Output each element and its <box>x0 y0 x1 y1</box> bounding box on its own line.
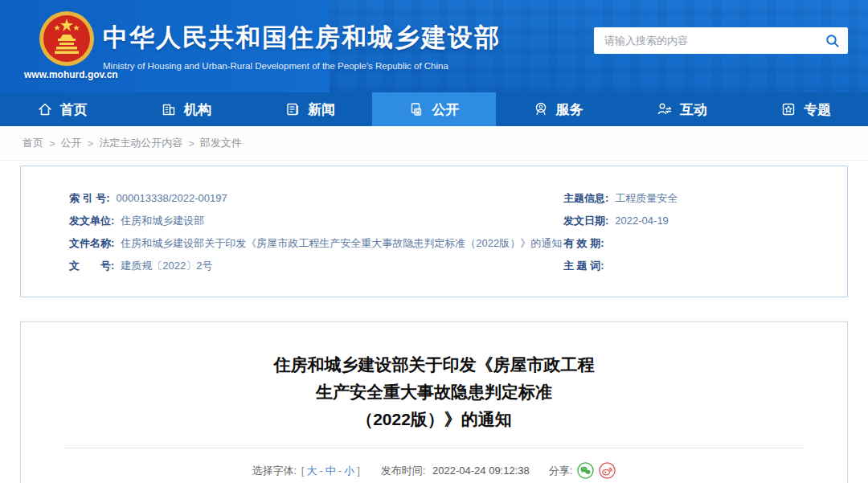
font-size-medium-button[interactable]: 中 <box>326 464 336 478</box>
breadcrumb-separator: > <box>88 137 94 149</box>
nav-item-interaction[interactable]: 互动 <box>620 92 743 126</box>
meta-label: 发文单位: <box>69 210 114 232</box>
meta-row-document-title: 文件名称: 住房和城乡建设部关于印发《房屋市政工程生产安全重大事故隐患判定标准（… <box>69 232 563 255</box>
font-chooser-dash: - <box>338 465 342 477</box>
nav-item-service[interactable]: 服务 <box>496 92 620 126</box>
search-icon <box>825 34 840 48</box>
nav-label: 公开 <box>432 100 459 119</box>
meta-row-index-number: 索 引 号: 000013338/2022-00197 <box>69 187 563 210</box>
share-label: 分享: <box>549 464 573 478</box>
meta-row-subject-words: 主 题 词: <box>563 255 847 277</box>
breadcrumb-statutory-content[interactable]: 法定主动公开内容 <box>99 136 182 150</box>
nav-label: 专题 <box>804 100 831 119</box>
breadcrumb-separator: > <box>188 137 194 149</box>
meta-value: 建质规〔2022〕2号 <box>121 255 212 277</box>
disclosure-icon <box>408 101 424 117</box>
meta-value: 000013338/2022-00197 <box>117 187 227 210</box>
nav-item-news[interactable]: 新闻 <box>248 92 372 126</box>
service-icon <box>533 101 549 117</box>
publish-time-label: 发布时间: <box>381 465 426 477</box>
meta-label: 文 号: <box>69 255 114 277</box>
font-size-large-button[interactable]: 大 <box>306 464 317 478</box>
nav-label: 服务 <box>556 100 583 119</box>
wechat-share-icon[interactable] <box>577 462 594 479</box>
nav-item-organization[interactable]: 机构 <box>124 92 248 126</box>
main-nav: 首页 机构 新闻 公开 <box>0 92 868 126</box>
nav-item-topics[interactable]: 专题 <box>744 92 868 126</box>
meta-value: 住房和城乡建设部关于印发《房屋市政工程生产安全重大事故隐患判定标准（2022版）… <box>121 232 562 255</box>
meta-value: 住房和城乡建设部 <box>121 210 204 232</box>
nav-label: 新闻 <box>308 100 335 119</box>
site-header: www.mohurd.gov.cn 中华人民共和国住房和城乡建设部 Minist… <box>0 0 868 92</box>
article-meta-row: 选择字体: [ 大 - 中 - 小 ] 发布时间: 2022-04-24 09:… <box>21 462 847 479</box>
site-title: 中华人民共和国住房和城乡建设部 <box>103 21 501 55</box>
meta-label: 文件名称: <box>69 232 114 255</box>
font-chooser-bracket: [ <box>301 465 305 477</box>
article-title: 住房和城乡建设部关于印发《房屋市政工程 生产安全重大事故隐患判定标准 （2022… <box>21 351 847 433</box>
weibo-share-icon[interactable] <box>599 462 616 479</box>
search-input[interactable] <box>594 35 817 47</box>
font-chooser-bracket: ] <box>357 465 360 477</box>
organization-icon <box>161 101 177 117</box>
article-title-line: （2022版）》的通知 <box>21 406 847 433</box>
article-title-line: 住房和城乡建设部关于印发《房屋市政工程 <box>21 351 847 379</box>
breadcrumb-home[interactable]: 首页 <box>23 136 43 150</box>
site-logo[interactable]: www.mohurd.gov.cn <box>24 10 108 80</box>
meta-row-issue-date: 发文日期: 2022-04-19 <box>563 210 847 232</box>
font-chooser-dash: - <box>319 465 322 477</box>
article-box: 住房和城乡建设部关于印发《房屋市政工程 生产安全重大事故隐患判定标准 （2022… <box>20 321 848 483</box>
meta-row-document-number: 文 号: 建质规〔2022〕2号 <box>69 255 563 277</box>
news-icon <box>285 101 301 117</box>
nav-item-disclosure[interactable]: 公开 <box>372 92 496 126</box>
breadcrumb-separator: > <box>49 137 55 149</box>
meta-label: 发文日期: <box>563 210 608 232</box>
article-title-line: 生产安全重大事故隐患判定标准 <box>21 379 847 406</box>
share-block: 分享: <box>549 462 616 479</box>
publish-time-value: 2022-04-24 09:12:38 <box>432 465 530 477</box>
topic-icon <box>780 101 796 117</box>
nav-item-home[interactable]: 首页 <box>0 92 124 126</box>
publish-time-block: 发布时间: 2022-04-24 09:12:38 <box>381 464 530 478</box>
interaction-icon <box>657 101 673 117</box>
meta-label: 索 引 号: <box>69 187 110 210</box>
meta-value: 2022-04-19 <box>615 210 669 232</box>
font-chooser-label: 选择字体: <box>252 464 297 478</box>
meta-label: 主题信息: <box>563 187 608 210</box>
breadcrumb-disclosure[interactable]: 公开 <box>61 136 82 150</box>
breadcrumb: 首页 > 公开 > 法定主动公开内容 > 部发文件 <box>0 126 868 161</box>
meta-row-issuing-unit: 发文单位: 住房和城乡建设部 <box>69 210 563 232</box>
meta-column-right: 主题信息: 工程质量安全 发文日期: 2022-04-19 有 效 期: 主 题… <box>563 187 847 277</box>
nav-label: 互动 <box>680 100 707 119</box>
meta-value: 工程质量安全 <box>615 187 678 210</box>
document-meta-box: 索 引 号: 000013338/2022-00197 发文单位: 住房和城乡建… <box>20 166 848 297</box>
nav-label: 机构 <box>184 100 211 119</box>
nav-label: 首页 <box>60 100 88 119</box>
breadcrumb-ministry-documents[interactable]: 部发文件 <box>200 136 242 150</box>
meta-row-validity-period: 有 效 期: <box>563 232 847 255</box>
meta-label: 有 效 期: <box>563 232 604 255</box>
site-url: www.mohurd.gov.cn <box>24 69 108 80</box>
meta-row-subject-info: 主题信息: 工程质量安全 <box>563 187 847 210</box>
home-icon <box>37 101 53 117</box>
meta-column-left: 索 引 号: 000013338/2022-00197 发文单位: 住房和城乡建… <box>21 187 563 277</box>
meta-label: 主 题 词: <box>563 255 604 277</box>
search-box <box>594 27 848 54</box>
site-subtitle: Ministry of Housing and Urban-Rural Deve… <box>103 61 501 71</box>
title-divider <box>64 448 804 448</box>
search-button[interactable] <box>817 27 848 54</box>
font-size-small-button[interactable]: 小 <box>344 464 354 478</box>
site-title-block: 中华人民共和国住房和城乡建设部 Ministry of Housing and … <box>103 21 501 71</box>
national-emblem-icon <box>38 10 96 68</box>
